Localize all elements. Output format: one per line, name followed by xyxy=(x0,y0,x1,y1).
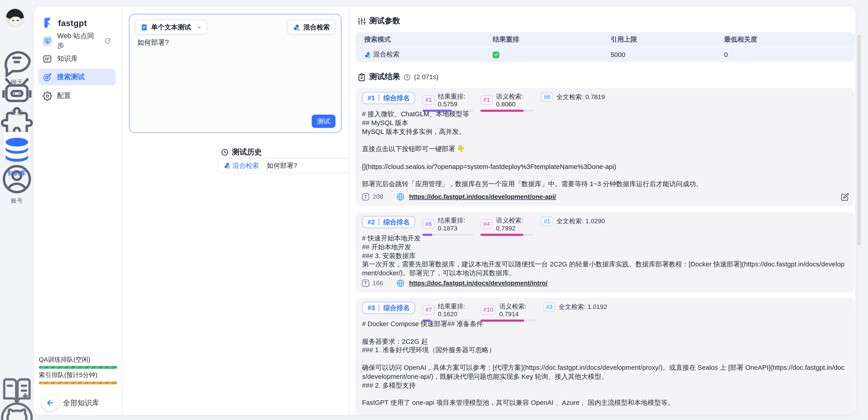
query-text[interactable]: 如何部署? xyxy=(137,38,169,48)
rank-badge: #3 综合排名 xyxy=(362,302,415,314)
results-header: 测试结果 (2.071s) xyxy=(358,72,439,82)
source-link[interactable]: https://doc.fastgpt.in/docs/development/… xyxy=(409,279,548,286)
rerank-metric: #6结果重排: 0.1873 xyxy=(423,216,473,236)
sliders-icon xyxy=(358,17,366,25)
avatar[interactable] xyxy=(5,8,24,27)
brand: fastgpt xyxy=(42,17,87,29)
source-link[interactable]: https://doc.fastgpt.in/docs/development/… xyxy=(409,193,556,200)
char-count-icon: T xyxy=(362,193,369,200)
quote-limit-value: 5000 xyxy=(611,51,724,58)
globe-icon xyxy=(396,279,405,287)
sidebar-item-search-test[interactable]: 搜索测试 xyxy=(38,69,116,85)
fastgpt-app: 聊天 应用 插件 知识库 账号 xyxy=(0,0,868,420)
queue-indexing: 索引排队(预计5分钟) xyxy=(39,371,117,384)
fulltext-metric: #1全文检索: 1.0290 xyxy=(541,216,605,226)
sidebar-item-label: Web 站点同步 xyxy=(57,32,99,51)
query-input-box[interactable]: 单个文本测试 混合检索 如何部署? 测试 xyxy=(129,14,341,133)
dataset-icon xyxy=(43,54,52,64)
scrollbar[interactable] xyxy=(857,35,861,245)
clock-icon xyxy=(221,148,228,156)
col-rerank: 结果重排 xyxy=(493,35,611,44)
chevron-down-icon xyxy=(196,25,202,30)
sidebar-item-label: 知识库 xyxy=(57,54,78,64)
back-to-all-datasets[interactable]: 全部知识库 xyxy=(42,395,99,411)
chat-icon xyxy=(0,43,34,77)
document-icon xyxy=(141,24,148,31)
col-min-relevance: 最低相关度 xyxy=(724,35,855,44)
edit-icon[interactable] xyxy=(841,192,849,201)
icon-rail: 聊天 应用 插件 知识库 账号 xyxy=(0,0,34,420)
arrow-left-icon[interactable] xyxy=(42,395,58,411)
fastgpt-logo-icon xyxy=(42,17,54,29)
target-icon xyxy=(43,72,52,82)
brand-name: fastgpt xyxy=(58,18,87,28)
hybrid-search-icon xyxy=(293,24,300,31)
dataset-sidebar: fastgpt Web 站点同步 知识库 xyxy=(34,6,122,415)
search-mode-button[interactable]: 混合检索 xyxy=(287,20,336,34)
chunk-content: # Docker Compose 快速部署## 准备条件 服务器要求：2C2G … xyxy=(362,320,847,408)
result-card: #2 综合排名 #6结果重排: 0.1873 #4语义检索: 0.7992 #1… xyxy=(355,212,855,293)
sidebar-item-web-sync[interactable]: Web 站点同步 xyxy=(38,33,116,49)
github-icon xyxy=(0,401,34,420)
search-test-column: 单个文本测试 混合检索 如何部署? 测试 测 xyxy=(122,6,349,415)
fulltext-metric: #8全文检索: 0.7819 xyxy=(541,92,605,102)
index-queue-bar xyxy=(39,382,117,384)
params-table: 搜索模式 结果重排 引用上限 最低相关度 混合检索 xyxy=(355,32,855,62)
app-window: fastgpt Web 站点同步 知识库 xyxy=(34,6,855,415)
clipboard-icon xyxy=(358,73,366,81)
result-card: #1 综合排名 #1结果重排: 0.5759 #1语义检索: 0.8060 #8… xyxy=(355,88,855,206)
min-relevance-value: 0 xyxy=(724,51,855,58)
refresh-icon[interactable] xyxy=(104,37,111,44)
rail-item-account[interactable]: 账号 xyxy=(0,162,34,205)
col-quote-limit: 引用上限 xyxy=(611,35,724,44)
col-search-mode: 搜索模式 xyxy=(355,35,493,44)
char-count: 166 xyxy=(373,279,383,286)
test-mode-selector[interactable]: 单个文本测试 xyxy=(135,20,207,34)
user-icon xyxy=(0,162,34,196)
sidebar-item-dataset[interactable]: 知识库 xyxy=(38,51,116,67)
duration: (2.071s) xyxy=(414,73,438,81)
search-mode-value: 混合检索 xyxy=(364,50,493,59)
char-count: 208 xyxy=(373,193,383,200)
char-count-icon: T xyxy=(362,279,369,287)
rerank-checkbox[interactable] xyxy=(493,51,499,58)
semantic-metric: #1语义检索: 0.8060 xyxy=(481,92,534,112)
test-button[interactable]: 测试 xyxy=(312,115,335,128)
chunk-content: # 快速开始本地开发 ## 开始本地开发 ### 3. 安装数据库 第一次开发，… xyxy=(362,234,847,278)
fulltext-metric: #3全文检索: 1.0192 xyxy=(543,302,607,312)
chunk-content: # 接入微软、ChatGLM、本地模型等 ## MySQL 版本 MySQL 版… xyxy=(362,110,847,189)
rerank-metric: #1结果重排: 0.5759 xyxy=(423,92,473,112)
help-icon[interactable] xyxy=(404,73,411,81)
github-button[interactable] xyxy=(0,401,34,420)
queue-qa-training: QA训练排队(空闲) xyxy=(39,356,117,369)
history-mode: 混合检索 xyxy=(224,161,259,170)
rank-badge: #2 综合排名 xyxy=(362,216,415,228)
sidebar-item-label: 搜索测试 xyxy=(57,72,85,82)
qa-queue-bar xyxy=(39,366,117,368)
hybrid-search-icon xyxy=(224,162,230,169)
semantic-metric: #4语义检索: 0.7992 xyxy=(481,216,534,236)
gear-icon xyxy=(43,91,52,101)
web-sync-icon xyxy=(43,36,53,46)
rerank-metric: #7结果重排: 0.1620 xyxy=(423,302,473,322)
hybrid-search-icon xyxy=(364,51,371,58)
rank-badge: #1 综合排名 xyxy=(362,92,415,104)
params-header: 测试参数 xyxy=(358,16,400,26)
semantic-metric: #10语义检索: 0.7914 xyxy=(481,302,536,322)
robot-icon xyxy=(0,74,34,108)
result-card: #3 综合排名 #7结果重排: 0.1620 #10语义检索: 0.7914 #… xyxy=(355,298,855,415)
history-header: 测试历史 xyxy=(221,147,262,157)
sidebar-item-label: 配置 xyxy=(57,91,71,101)
sidebar-item-config[interactable]: 配置 xyxy=(38,88,116,104)
results-panel: 测试参数 搜索模式 结果重排 引用上限 最低相关度 混合检索 xyxy=(349,6,855,415)
globe-icon xyxy=(396,192,405,201)
